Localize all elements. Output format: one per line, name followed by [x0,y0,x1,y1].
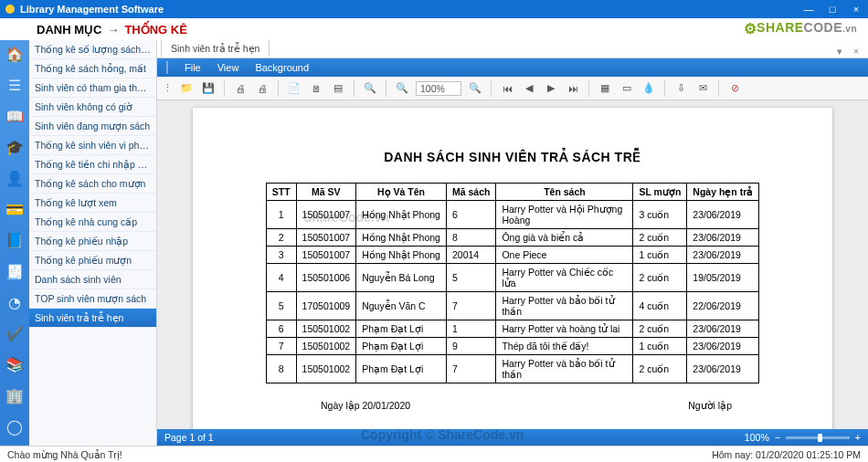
footer-date: Ngày lập 20/01/2020 [321,400,410,411]
chart-icon[interactable]: ◔ [5,292,25,312]
sidebar-item[interactable]: TOP sinh viên mượn sách [29,289,156,309]
borrow-icon[interactable]: 📘 [5,230,25,250]
last-page-icon[interactable]: ⏭ [565,80,581,97]
table-cell: 3 cuốn [633,201,687,229]
multipage-icon[interactable]: ▦ [597,80,613,97]
zoom-label: 100% [745,432,769,443]
breadcrumb-page: THỐNG KÊ [124,23,187,37]
table-cell: 170501009 [296,292,356,320]
table-cell: 2 [266,229,296,247]
open-icon[interactable]: 📁 [178,80,195,97]
close-button[interactable]: × [850,4,863,15]
table-cell: 150501007 [296,229,356,247]
tab-late-return[interactable]: Sinh viên trả trễ hẹn [161,39,270,58]
staff-icon[interactable]: 👤 [5,168,25,188]
quick-print-icon[interactable]: 🖨 [254,80,270,97]
tab-close-icon[interactable]: × [850,46,863,58]
report-title: DANH SÁCH SINH VIÊN TRẢ SÁCH TRỄ [220,150,805,164]
menu-background[interactable]: Background [255,62,309,73]
table-cell: One Piece [496,247,633,264]
receipt-icon[interactable]: 🧾 [5,261,25,281]
sidebar-item[interactable]: Thống kê lượt xem [29,194,156,213]
header-footer-icon[interactable]: 🗎 [308,80,324,97]
student-icon[interactable]: 🎓 [5,137,25,157]
sidebar-item[interactable]: Thống kê phiếu nhập [29,232,156,251]
sidebar-item[interactable]: Danh sách sinh viên [29,270,156,289]
sidebar-item[interactable]: Thống kê số lượng sách nhập [29,40,156,59]
table-cell: 2 cuốn [633,229,687,247]
next-page-icon[interactable]: ▶ [543,80,559,97]
building-icon[interactable]: 🏢 [5,385,25,405]
table-cell: 1 [266,201,296,229]
home-icon[interactable]: 🏠 [5,44,25,64]
zoom-in-icon[interactable]: 🔍 [467,80,483,97]
stop-icon[interactable]: ⊘ [726,80,743,97]
sidebar-item[interactable]: Sinh viên không có giờ [29,98,156,117]
report-surface[interactable]: DANH SÁCH SINH VIÊN TRẢ SÁCH TRỄ STTMã S… [157,100,868,429]
sidebar-item[interactable]: Sinh viên trả trễ hẹn [29,309,156,328]
report-toolbar: ⋮ 📁 💾 🖨 🖨 📄 🗎 ▤ 🔍 🔍 100% 🔍 ⏮ ◀ ▶ ⏭ ▦ ▭ 💧 [157,77,868,100]
menu-view[interactable]: View [217,62,239,73]
table-cell: Harry Potter và bảo bối tử thần [496,292,633,320]
table-cell: 9 [446,338,495,355]
table-cell: Phạm Đạt Lợi [356,320,447,338]
report-table: STTMã SVHọ Và TênMã sáchTên sáchSL mượnN… [266,183,759,383]
table-header: Tên sách [496,184,633,201]
user-icon[interactable]: ◯ [5,416,25,436]
table-cell: 19/05/2019 [687,264,759,292]
sidebar-item[interactable]: Sinh viên có tham gia thư viện [29,79,156,98]
sidebar-item[interactable]: Thống kê phiếu mượn [29,251,156,270]
sidebar-item[interactable]: Thống kê nhà cung cấp [29,213,156,232]
menu-icon[interactable]: ☰ [5,75,25,95]
breadcrumb-section: DANH MỤC [37,23,101,37]
sidebar-item[interactable]: Thống kê sách hỏng, mất [29,59,156,79]
table-cell: 150501006 [296,264,356,292]
zoom-combo[interactable]: 100% [416,81,461,96]
breadcrumb: DANH MỤC → THỐNG KÊ ⚙SHARECODE.vn [0,18,868,40]
export-icon[interactable]: ⇩ [672,80,689,97]
scale-icon[interactable]: ▤ [330,80,346,97]
email-icon[interactable]: ✉ [694,80,711,97]
sidebar-item[interactable]: Sinh viên đang mượn sách [29,117,156,136]
main-area: 🏠 ☰ 📖 🎓 👤 💳 📘 🧾 ◔ ✔️ 📚 🏢 ◯ Thống kê số l… [0,40,868,446]
table-row: 7150501002Phạm Đạt Lợi9Thép đã tôi thế đ… [266,338,758,355]
table-header: Ngày hẹn trả [687,184,759,201]
watermark-icon[interactable]: 💧 [640,80,657,97]
sidebar-item[interactable]: Thống kê tiền chi nhập sách [29,155,156,174]
save-icon[interactable]: 💾 [200,80,217,97]
zoom-minus-icon[interactable]: − [775,432,780,443]
table-cell: 23/06/2019 [687,229,759,247]
report-icon[interactable]: ✔️ [5,323,25,343]
book-icon[interactable]: 📖 [5,106,25,126]
tab-dropdown-icon[interactable]: ▾ [833,46,846,58]
table-header: Mã SV [296,184,356,201]
zoom-slider[interactable] [786,436,850,439]
prev-page-icon[interactable]: ◀ [521,80,537,97]
table-cell: 1 cuốn [633,338,687,355]
app-icon [5,5,15,14]
first-page-icon[interactable]: ⏮ [499,80,515,97]
sidebar-item[interactable]: Thống kê sinh viên vi phạm [29,136,156,155]
zoom-plus-icon[interactable]: + [855,432,861,443]
table-row: 2150501007Hồng Nhật Phong8Ông già và biể… [266,229,758,247]
minimize-button[interactable]: — [802,4,815,15]
table-cell: 22/06/2019 [687,292,759,320]
icon-rail: 🏠 ☰ 📖 🎓 👤 💳 📘 🧾 ◔ ✔️ 📚 🏢 ◯ [0,40,29,446]
archive-icon[interactable]: 📚 [5,354,25,374]
table-cell: 2 cuốn [633,355,687,383]
page-color-icon[interactable]: ▭ [619,80,635,97]
table-row: 1150501007Hồng Nhật Phong6Harry Potter v… [266,201,758,229]
parameters-icon[interactable]: 📄 [286,80,302,97]
table-cell: 23/06/2019 [687,355,759,383]
sidebar-item[interactable]: Thống kê sách cho mượn [29,174,156,194]
maximize-button[interactable]: □ [826,4,839,15]
print-icon[interactable]: 🖨 [232,80,249,97]
table-cell: 4 [266,264,296,292]
zoom-out-icon[interactable]: 🔍 [394,80,410,97]
table-cell: Hồng Nhật Phong [356,247,447,264]
menu-file[interactable]: File [185,62,201,73]
find-icon[interactable]: 🔍 [362,80,378,97]
table-cell: 150501002 [296,355,356,383]
viewer-statusbar: Page 1 of 1 100% − + [157,429,868,446]
card-icon[interactable]: 💳 [5,199,25,219]
